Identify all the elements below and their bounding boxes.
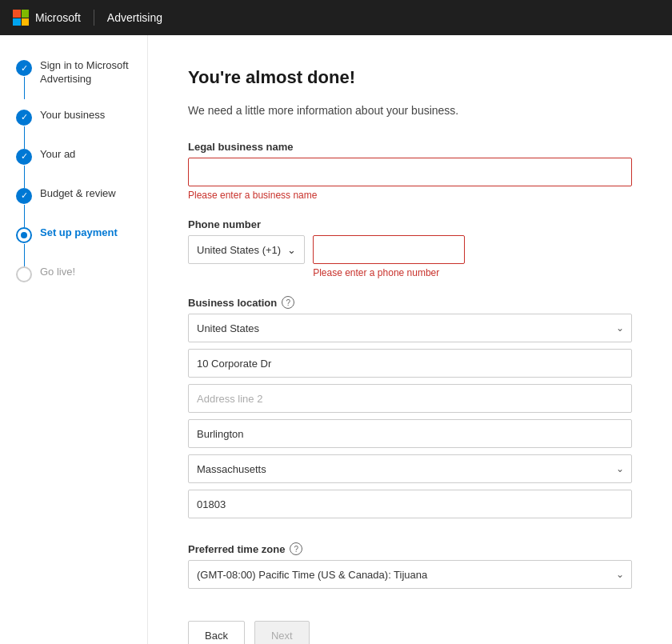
address-line1-input[interactable]	[188, 349, 632, 378]
address-line2-input[interactable]	[188, 384, 632, 413]
sidebar: ✓ Sign in to Microsoft Advertising ✓ You…	[0, 35, 148, 644]
timezone-group: Preferred time zone ? (GMT-08:00) Pacifi…	[188, 542, 632, 589]
sidebar-item-budget-review[interactable]: ✓ Budget & review	[16, 187, 147, 204]
phone-country-chevron: ⌄	[287, 244, 296, 256]
timezone-help-icon[interactable]: ?	[290, 542, 302, 555]
city-input[interactable]	[188, 419, 632, 448]
timezone-label-row: Preferred time zone ?	[188, 542, 632, 555]
timezone-select[interactable]: (GMT-08:00) Pacific Time (US & Canada): …	[188, 560, 632, 589]
business-location-label: Business location	[188, 297, 277, 309]
header-brand-label: Microsoft	[35, 11, 81, 24]
ms-logo-green	[22, 10, 30, 18]
business-location-label-row: Business location ?	[188, 296, 632, 309]
page-layout: ✓ Sign in to Microsoft Advertising ✓ You…	[0, 35, 672, 644]
sidebar-label-your-business: Your business	[40, 109, 105, 122]
page-subtitle: We need a little more information about …	[188, 104, 632, 117]
ms-logo-grid	[13, 10, 29, 26]
legal-business-name-error: Please enter a business name	[188, 190, 632, 201]
phone-number-field-wrapper: Please enter a phone number	[313, 235, 632, 278]
sidebar-item-your-ad[interactable]: ✓ Your ad	[16, 148, 147, 165]
sidebar-item-sign-in[interactable]: ✓ Sign in to Microsoft Advertising	[16, 59, 147, 86]
step-icon-go-live	[16, 266, 32, 282]
button-row: Back Next	[188, 621, 632, 644]
ms-logo-blue	[13, 18, 21, 26]
header-divider	[94, 10, 94, 26]
legal-business-name-label: Legal business name	[188, 141, 632, 153]
header-advertising-label: Advertising	[107, 11, 162, 24]
country-select[interactable]: United States	[188, 314, 632, 342]
step-icon-your-ad: ✓	[16, 149, 32, 165]
sidebar-label-go-live: Go live!	[40, 266, 75, 279]
ms-logo-yellow	[22, 18, 30, 26]
step-icon-set-up-payment	[16, 227, 32, 243]
country-select-wrapper: United States ⌄	[188, 314, 632, 342]
sidebar-label-set-up-payment: Set up payment	[40, 226, 118, 240]
timezone-label: Preferred time zone	[188, 543, 285, 555]
phone-number-label: Phone number	[188, 218, 632, 230]
legal-business-name-group: Legal business name Please enter a busin…	[188, 141, 632, 201]
next-button[interactable]: Next	[254, 621, 310, 644]
sidebar-label-your-ad: Your ad	[40, 148, 75, 162]
page-title: You're almost done!	[188, 67, 632, 88]
business-location-help-icon[interactable]: ?	[282, 296, 294, 309]
legal-business-name-input[interactable]	[188, 158, 632, 186]
phone-number-input[interactable]	[313, 235, 465, 264]
phone-country-value: United States (+1)	[197, 244, 281, 256]
sidebar-item-set-up-payment[interactable]: Set up payment	[16, 226, 147, 243]
zip-input[interactable]	[188, 490, 632, 518]
back-button[interactable]: Back	[188, 621, 245, 644]
phone-number-group: Phone number United States (+1) ⌄ Please…	[188, 218, 632, 278]
state-select-wrapper: Massachusetts ⌄	[188, 454, 632, 483]
phone-country-dropdown[interactable]: United States (+1) ⌄	[188, 235, 305, 264]
step-icon-budget-review: ✓	[16, 188, 32, 204]
state-select[interactable]: Massachusetts	[188, 454, 632, 483]
phone-error: Please enter a phone number	[313, 267, 632, 278]
header: Microsoft Advertising	[0, 0, 672, 35]
step-icon-sign-in: ✓	[16, 60, 32, 76]
sidebar-item-your-business[interactable]: ✓ Your business	[16, 109, 147, 126]
business-location-group: Business location ? United States ⌄ Mass…	[188, 296, 632, 525]
sidebar-item-go-live[interactable]: Go live!	[16, 266, 147, 282]
sidebar-label-sign-in: Sign in to Microsoft Advertising	[40, 59, 147, 86]
sidebar-label-budget-review: Budget & review	[40, 187, 116, 201]
main-content: You're almost done! We need a little mor…	[148, 35, 672, 644]
timezone-select-wrapper: (GMT-08:00) Pacific Time (US & Canada): …	[188, 560, 632, 589]
phone-row: United States (+1) ⌄ Please enter a phon…	[188, 235, 632, 278]
ms-logo-red	[13, 10, 21, 18]
microsoft-logo: Microsoft	[13, 10, 81, 26]
step-icon-your-business: ✓	[16, 110, 32, 126]
